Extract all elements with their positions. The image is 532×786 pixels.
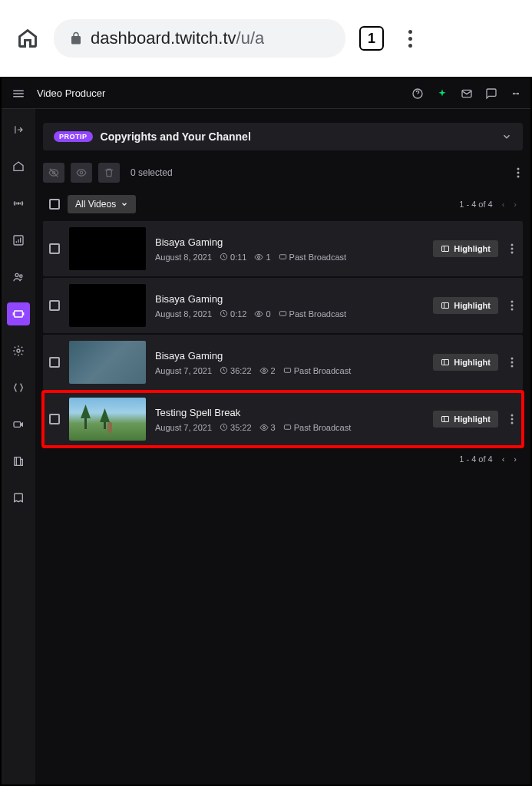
svg-rect-8 xyxy=(15,311,23,317)
svg-rect-34 xyxy=(442,360,449,365)
video-row[interactable]: Bisaya Gaming August 7, 2021 36:22 2 Pas… xyxy=(43,335,523,390)
banner-title: Copyrights and Your Channel xyxy=(101,130,494,143)
app-container: Video Producer PROTIP Copyr xyxy=(0,77,532,786)
svg-point-42 xyxy=(511,414,514,417)
svg-point-6 xyxy=(15,273,18,276)
video-type: Past Broadcast xyxy=(283,423,352,432)
video-more[interactable] xyxy=(507,300,517,311)
svg-point-15 xyxy=(517,172,520,174)
sidebar-content[interactable] xyxy=(7,302,30,325)
sidebar-clips[interactable] xyxy=(7,450,30,473)
svg-point-7 xyxy=(20,275,22,277)
video-thumbnail[interactable] xyxy=(69,341,146,384)
svg-rect-10 xyxy=(14,422,21,428)
video-more[interactable] xyxy=(507,357,517,368)
video-duration: 0:12 xyxy=(220,309,246,319)
video-more[interactable] xyxy=(507,414,517,424)
svg-rect-26 xyxy=(279,312,286,316)
browser-chrome: dashboard.twitch.tv/u/a 1 xyxy=(0,0,532,77)
video-row[interactable]: Testing Spell Break August 7, 2021 35:22… xyxy=(43,391,523,447)
svg-rect-20 xyxy=(442,246,449,252)
svg-point-18 xyxy=(258,256,260,258)
svg-point-29 xyxy=(511,305,514,307)
sidebar-analytics[interactable] xyxy=(7,229,30,252)
eye-icon xyxy=(254,253,263,262)
page-next[interactable]: › xyxy=(514,454,517,464)
mail-icon[interactable] xyxy=(460,87,474,101)
svg-point-39 xyxy=(263,426,265,428)
help-icon[interactable] xyxy=(411,87,425,101)
sidebar-settings[interactable] xyxy=(7,339,30,362)
sidebar xyxy=(2,109,35,784)
video-row[interactable]: Bisaya Gaming August 8, 2021 0:12 0 Past… xyxy=(43,278,523,333)
highlight-button[interactable]: Highlight xyxy=(433,411,498,428)
video-row[interactable]: Bisaya Gaming August 8, 2021 0:11 1 Past… xyxy=(43,221,523,276)
svg-rect-11 xyxy=(15,457,21,466)
page-next[interactable]: › xyxy=(514,200,517,209)
broadcast-icon xyxy=(279,309,287,318)
video-type: Past Broadcast xyxy=(283,366,352,375)
highlight-button[interactable]: Highlight xyxy=(433,297,498,314)
svg-point-36 xyxy=(511,362,514,364)
video-thumbnail[interactable] xyxy=(69,227,146,270)
video-checkbox[interactable] xyxy=(49,414,60,424)
tab-count[interactable]: 1 xyxy=(359,26,384,51)
video-duration: 35:22 xyxy=(220,423,252,432)
svg-point-44 xyxy=(511,422,514,424)
video-info: Bisaya Gaming August 7, 2021 36:22 2 Pas… xyxy=(155,350,424,375)
clock-icon xyxy=(220,309,228,318)
sidebar-video[interactable] xyxy=(7,413,30,436)
video-date: August 8, 2021 xyxy=(155,253,212,262)
video-duration: 0:11 xyxy=(220,253,246,262)
sidebar-extensions[interactable] xyxy=(7,376,30,399)
lock-icon xyxy=(69,31,83,45)
browser-menu-button[interactable] xyxy=(398,26,422,51)
sidebar-home[interactable] xyxy=(7,155,30,178)
video-title: Bisaya Gaming xyxy=(155,350,424,362)
svg-rect-33 xyxy=(284,368,290,373)
select-all-checkbox[interactable] xyxy=(49,199,60,210)
video-thumbnail[interactable] xyxy=(69,398,146,441)
chat-icon[interactable] xyxy=(484,87,498,101)
url-bar[interactable]: dashboard.twitch.tv/u/a xyxy=(54,19,345,58)
video-type: Past Broadcast xyxy=(279,309,347,319)
video-title: Testing Spell Break xyxy=(155,407,424,418)
sidebar-stream[interactable] xyxy=(7,192,30,215)
publish-button[interactable] xyxy=(71,163,92,183)
toolbar-more[interactable] xyxy=(514,164,523,181)
profile-icon[interactable] xyxy=(509,87,523,101)
top-bar: Video Producer xyxy=(2,78,530,109)
home-button[interactable] xyxy=(15,26,40,51)
svg-rect-41 xyxy=(442,417,449,422)
svg-point-28 xyxy=(511,301,514,303)
highlight-button[interactable]: Highlight xyxy=(433,240,498,257)
sidebar-community[interactable] xyxy=(7,266,30,289)
sidebar-library[interactable] xyxy=(7,487,30,510)
sidebar-expand[interactable] xyxy=(7,118,30,141)
eye-icon xyxy=(259,366,269,375)
chevron-down-icon xyxy=(121,200,128,208)
hamburger-menu[interactable] xyxy=(9,84,28,103)
protip-banner[interactable]: PROTIP Copyrights and Your Channel xyxy=(43,123,523,150)
filter-dropdown[interactable]: All Videos xyxy=(68,195,136,213)
highlight-button[interactable]: Highlight xyxy=(433,354,498,371)
page-prev[interactable]: ‹ xyxy=(502,454,505,464)
video-meta: August 8, 2021 0:12 0 Past Broadcast xyxy=(155,309,424,319)
page-prev[interactable]: ‹ xyxy=(502,200,505,209)
svg-rect-19 xyxy=(279,255,286,259)
delete-button[interactable] xyxy=(98,163,120,183)
video-checkbox[interactable] xyxy=(49,357,60,368)
video-title: Bisaya Gaming xyxy=(155,293,424,305)
video-checkbox[interactable] xyxy=(49,243,60,254)
video-checkbox[interactable] xyxy=(49,300,60,311)
sparkle-icon[interactable] xyxy=(435,87,449,101)
unpublish-button[interactable] xyxy=(43,163,64,183)
video-thumbnail[interactable] xyxy=(69,284,146,327)
svg-point-23 xyxy=(511,252,514,254)
video-views: 0 xyxy=(254,309,270,319)
svg-point-25 xyxy=(258,312,260,315)
video-duration: 36:22 xyxy=(220,366,252,375)
video-more[interactable] xyxy=(507,243,517,254)
broadcast-icon xyxy=(279,253,287,261)
broadcast-icon xyxy=(283,423,292,431)
